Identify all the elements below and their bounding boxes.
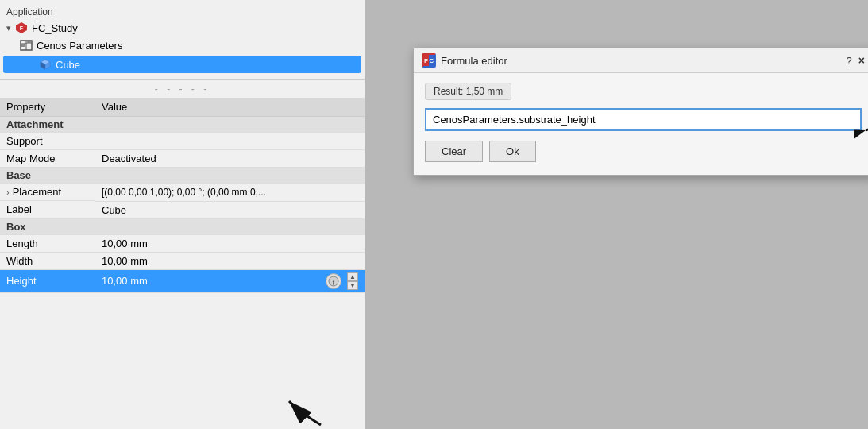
application-label: Application bbox=[0, 5, 365, 19]
svg-rect-6 bbox=[27, 41, 31, 43]
dialog-titlebar: F C Formula editor ? × bbox=[414, 48, 868, 73]
group-base-label: Base bbox=[0, 168, 365, 184]
properties-table: Property Value Attachment Support Map Mo… bbox=[0, 98, 365, 293]
dialog-title-text: Formula editor bbox=[441, 55, 507, 67]
val-placement: [(0,00 0,00 1,00); 0,00 °; (0,00 mm 0,..… bbox=[95, 184, 365, 202]
tree-item-fc-study[interactable]: ▾ F FC_Study bbox=[0, 19, 365, 37]
formula-input[interactable] bbox=[425, 108, 862, 131]
svg-text:F: F bbox=[424, 57, 428, 64]
clear-button[interactable]: Clear bbox=[425, 141, 483, 162]
right-area: F C Formula editor ? × Result: 1,50 mm bbox=[365, 0, 868, 429]
arrow-annotation-formula bbox=[253, 381, 349, 429]
separator: - - - - - bbox=[0, 80, 365, 98]
prop-placement: › Placement bbox=[0, 184, 95, 201]
val-label: Cube bbox=[95, 201, 365, 218]
prop-length: Length bbox=[0, 234, 95, 252]
formula-button[interactable]: ƒ bbox=[326, 273, 341, 289]
row-label: Label Cube bbox=[0, 201, 365, 218]
dialog-controls: ? × bbox=[847, 54, 865, 67]
table-icon bbox=[19, 38, 33, 52]
close-button[interactable]: × bbox=[858, 54, 865, 67]
dialog-title: F C Formula editor bbox=[422, 53, 507, 68]
value-spinner[interactable]: ▲ ▼ bbox=[347, 272, 358, 290]
expand-arrow: ▾ bbox=[6, 23, 11, 33]
prop-height: Height bbox=[0, 269, 95, 292]
help-button[interactable]: ? bbox=[847, 55, 852, 67]
height-value: 10,00 mm bbox=[102, 275, 148, 287]
ok-button[interactable]: Ok bbox=[489, 141, 536, 162]
fc-study-label: FC_Study bbox=[32, 22, 78, 34]
left-panel: Application ▾ F FC_Study bbox=[0, 0, 365, 429]
group-box: Box bbox=[0, 218, 365, 234]
group-box-label: Box bbox=[0, 218, 365, 234]
val-width: 10,00 mm bbox=[95, 252, 365, 269]
group-attachment: Attachment bbox=[0, 117, 365, 133]
dialog-body: Result: 1,50 mm Clear Ok bbox=[414, 73, 868, 175]
row-height[interactable]: Height 10,00 mm ƒ bbox=[0, 269, 365, 292]
properties-section: Property Value Attachment Support Map Mo… bbox=[0, 98, 365, 429]
svg-text:ƒ: ƒ bbox=[332, 278, 335, 285]
row-map-mode: Map Mode Deactivated bbox=[0, 150, 365, 168]
col-header-value: Value bbox=[95, 98, 365, 117]
svg-text:C: C bbox=[430, 57, 434, 64]
arrow-annotation-input bbox=[854, 108, 868, 148]
row-width: Width 10,00 mm bbox=[0, 252, 365, 269]
formula-input-wrapper bbox=[425, 108, 862, 141]
group-attachment-label: Attachment bbox=[0, 117, 365, 133]
prop-support: Support bbox=[0, 133, 95, 150]
val-length: 10,00 mm bbox=[95, 234, 365, 252]
val-map-mode: Deactivated bbox=[95, 150, 365, 168]
cenos-params-label: Cenos Parameters bbox=[37, 40, 122, 52]
group-base: Base bbox=[0, 168, 365, 184]
fc-logo-icon: F C bbox=[422, 53, 436, 68]
svg-text:F: F bbox=[20, 25, 24, 31]
cube-label: Cube bbox=[56, 59, 80, 71]
tree-section: Application ▾ F FC_Study bbox=[0, 0, 365, 80]
val-height: 10,00 mm ƒ ▲ ▼ bbox=[95, 269, 365, 292]
cube-icon bbox=[38, 57, 52, 72]
tree-item-cenos-params[interactable]: Cenos Parameters bbox=[0, 37, 365, 54]
svg-rect-5 bbox=[21, 44, 25, 47]
prop-width: Width bbox=[0, 252, 95, 269]
row-placement[interactable]: › Placement [(0,00 0,00 1,00); 0,00 °; (… bbox=[0, 184, 365, 202]
dialog-actions: Clear Ok bbox=[425, 141, 862, 162]
spinner-down[interactable]: ▼ bbox=[347, 281, 358, 290]
prop-map-mode: Map Mode bbox=[0, 150, 95, 168]
formula-editor-dialog: F C Formula editor ? × Result: 1,50 mm bbox=[413, 48, 868, 176]
prop-label: Label bbox=[0, 201, 95, 218]
row-length: Length 10,00 mm bbox=[0, 234, 365, 252]
col-header-property: Property bbox=[0, 98, 95, 117]
result-badge: Result: 1,50 mm bbox=[425, 83, 511, 100]
spinner-up[interactable]: ▲ bbox=[347, 272, 358, 281]
row-support: Support bbox=[0, 133, 365, 150]
study-icon: F bbox=[14, 21, 29, 35]
val-support bbox=[95, 133, 365, 150]
tree-item-cube[interactable]: Cube bbox=[3, 56, 361, 73]
